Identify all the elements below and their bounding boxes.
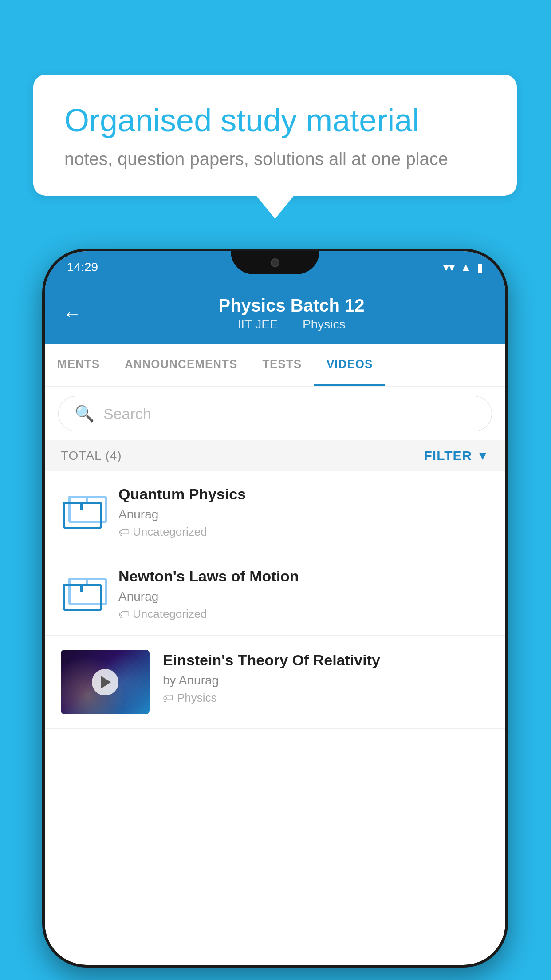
video-title: Newton's Laws of Motion	[118, 568, 489, 585]
battery-icon: ▮	[477, 261, 483, 274]
video-info: Newton's Laws of Motion Anurag 🏷 Uncateg…	[118, 568, 489, 621]
play-button[interactable]	[92, 669, 118, 695]
header-subtitle-iitjee: IIT JEE	[237, 317, 278, 331]
phone-frame: 14:29 ▾▾ ▲ ▮ ← Physics Batch 12 IIT JEE	[42, 249, 508, 968]
filter-bar: TOTAL (4) FILTER ▼	[45, 440, 505, 471]
tag-icon: 🏷	[118, 526, 129, 538]
filter-label: FILTER	[424, 448, 472, 463]
header-subtitle-physics: Physics	[303, 317, 345, 331]
phone-inner: 14:29 ▾▾ ▲ ▮ ← Physics Batch 12 IIT JEE	[45, 251, 505, 965]
search-icon: 🔍	[75, 404, 94, 423]
app-header: ← Physics Batch 12 IIT JEE Physics	[45, 283, 505, 344]
tag-label: Physics	[177, 691, 217, 705]
header-title-area: Physics Batch 12 IIT JEE Physics	[95, 296, 488, 332]
folder-icon	[63, 578, 103, 611]
video-icon-area	[61, 578, 105, 611]
video-author: by Anurag	[163, 673, 489, 688]
tag-label: Uncategorized	[133, 607, 207, 621]
video-item[interactable]: Quantum Physics Anurag 🏷 Uncategorized	[45, 471, 505, 553]
tab-ments[interactable]: MENTS	[45, 344, 112, 386]
wifi-icon: ▾▾	[443, 261, 455, 274]
video-item-thumb[interactable]: Einstein's Theory Of Relativity by Anura…	[45, 636, 505, 729]
video-item[interactable]: Newton's Laws of Motion Anurag 🏷 Uncateg…	[45, 553, 505, 636]
video-info: Quantum Physics Anurag 🏷 Uncategorized	[118, 486, 489, 539]
video-author: Anurag	[118, 507, 489, 522]
header-subtitle-separator	[289, 317, 296, 331]
bubble-title: Organised study material	[64, 101, 486, 139]
video-title: Quantum Physics	[118, 486, 489, 503]
tag-icon: 🏷	[118, 608, 129, 620]
video-tag: 🏷 Uncategorized	[118, 607, 489, 621]
video-thumbnail	[61, 650, 150, 714]
search-bar[interactable]: 🔍 Search	[58, 396, 492, 431]
tab-tests[interactable]: TESTS	[250, 344, 314, 386]
phone-screen: 14:29 ▾▾ ▲ ▮ ← Physics Batch 12 IIT JEE	[45, 251, 505, 965]
play-icon	[101, 676, 111, 688]
filter-icon: ▼	[476, 449, 489, 463]
total-count: TOTAL (4)	[61, 449, 122, 463]
video-author: Anurag	[118, 589, 489, 604]
tab-videos[interactable]: VIDEOS	[314, 344, 385, 386]
bubble-subtitle: notes, question papers, solutions all at…	[64, 149, 486, 169]
search-container: 🔍 Search	[45, 387, 505, 440]
video-tag: 🏷 Uncategorized	[118, 525, 489, 539]
folder-front-icon	[63, 584, 98, 611]
status-time: 14:29	[67, 260, 98, 274]
video-title: Einstein's Theory Of Relativity	[163, 652, 489, 669]
back-button[interactable]: ←	[63, 303, 82, 325]
notch	[231, 251, 319, 274]
camera-icon	[271, 258, 279, 267]
folder-icon	[63, 496, 103, 529]
search-placeholder: Search	[103, 405, 151, 423]
tag-label: Uncategorized	[133, 525, 207, 539]
tab-bar: MENTS ANNOUNCEMENTS TESTS VIDEOS	[45, 344, 505, 387]
folder-front-icon	[63, 502, 98, 529]
signal-icon: ▲	[460, 261, 472, 274]
video-info: Einstein's Theory Of Relativity by Anura…	[163, 650, 489, 705]
tag-icon: 🏷	[163, 692, 173, 704]
header-subtitle: IIT JEE Physics	[95, 317, 488, 332]
tab-announcements[interactable]: ANNOUNCEMENTS	[112, 344, 250, 386]
header-title: Physics Batch 12	[95, 296, 488, 316]
speech-bubble: Organised study material notes, question…	[33, 75, 517, 196]
status-bar: 14:29 ▾▾ ▲ ▮	[45, 251, 505, 283]
filter-button[interactable]: FILTER ▼	[424, 448, 489, 463]
video-icon-area	[61, 496, 105, 529]
video-tag: 🏷 Physics	[163, 691, 489, 705]
video-list: Quantum Physics Anurag 🏷 Uncategorized	[45, 471, 505, 729]
status-icons: ▾▾ ▲ ▮	[443, 261, 483, 274]
